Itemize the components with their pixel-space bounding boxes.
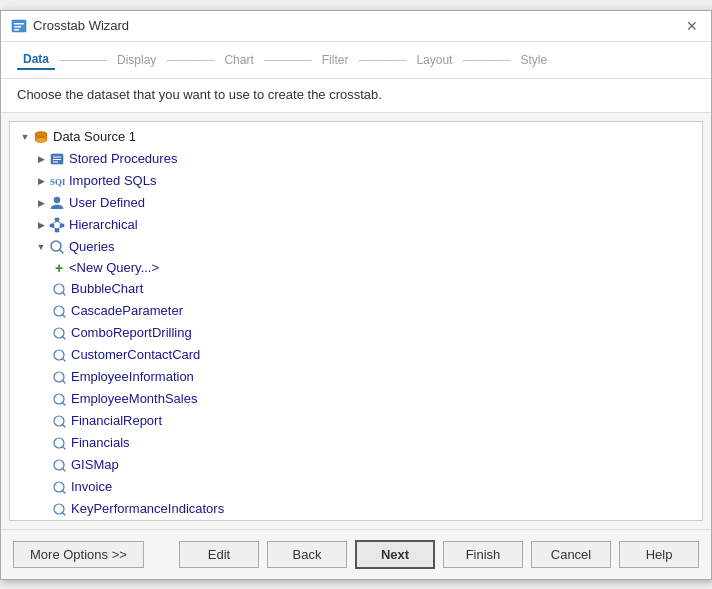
query-bubblechart-icon	[50, 280, 68, 298]
svg-line-34	[63, 402, 66, 405]
svg-rect-3	[14, 29, 19, 31]
title-bar: Crosstab Wizard ✕	[1, 11, 711, 42]
next-button[interactable]: Next	[355, 540, 435, 569]
tree-container[interactable]: ▼ Data Source 1 ▶	[10, 122, 702, 520]
svg-rect-14	[50, 224, 54, 227]
datasource-icon	[32, 128, 50, 146]
svg-rect-16	[55, 229, 59, 232]
divider-5: ————	[462, 53, 510, 67]
new-query-icon: +	[52, 261, 66, 275]
step-filter[interactable]: Filter	[316, 51, 355, 69]
svg-line-30	[63, 358, 66, 361]
step-data[interactable]: Data	[17, 50, 55, 70]
new-query-label: <New Query...>	[69, 260, 159, 275]
query-financials-icon	[50, 434, 68, 452]
svg-line-20	[57, 227, 62, 229]
svg-line-18	[57, 221, 62, 224]
divider-2: ————	[166, 53, 214, 67]
query-employeeinfo-icon	[50, 368, 68, 386]
query-gismap-icon	[50, 456, 68, 474]
queries-label: Queries	[69, 239, 115, 254]
tree-node-imported-sqls[interactable]: ▶ SQL Imported SQLs	[10, 170, 702, 192]
close-button[interactable]: ✕	[683, 17, 701, 35]
tree-node-stored-proc[interactable]: ▶ Stored Procedures	[10, 148, 702, 170]
tree-node-cascadeparam[interactable]: CascadeParameter	[10, 300, 702, 322]
svg-line-36	[63, 424, 66, 427]
invoice-label: Invoice	[71, 479, 112, 494]
expand-stored-proc-icon[interactable]: ▶	[34, 152, 48, 166]
step-style-label: Style	[514, 51, 553, 69]
step-layout-label: Layout	[410, 51, 458, 69]
tree-node-employeeinfo[interactable]: EmployeeInformation	[10, 366, 702, 388]
tree-node-user-defined[interactable]: ▶ User Defined	[10, 192, 702, 214]
svg-text:SQL: SQL	[50, 177, 65, 187]
stored-proc-icon	[48, 150, 66, 168]
tree-node-invoice[interactable]: Invoice	[10, 476, 702, 498]
divider-1: ————	[59, 53, 107, 67]
bubblechart-label: BubbleChart	[71, 281, 143, 296]
expand-queries-icon[interactable]: ▼	[34, 240, 48, 254]
expand-hierarchical-icon[interactable]: ▶	[34, 218, 48, 232]
svg-point-12	[54, 197, 60, 203]
tree-node-new-query[interactable]: + <New Query...>	[10, 258, 702, 278]
kpi-label: KeyPerformanceIndicators	[71, 501, 224, 516]
expand-user-defined-icon[interactable]: ▶	[34, 196, 48, 210]
finish-button[interactable]: Finish	[443, 541, 523, 568]
svg-line-32	[63, 380, 66, 383]
divider-3: ————	[264, 53, 312, 67]
queries-icon	[48, 238, 66, 256]
svg-rect-2	[14, 26, 21, 28]
svg-line-42	[63, 490, 66, 493]
divider-4: ————	[358, 53, 406, 67]
help-button[interactable]: Help	[619, 541, 699, 568]
svg-line-40	[63, 468, 66, 471]
step-style[interactable]: Style	[514, 51, 553, 69]
step-display-label: Display	[111, 51, 162, 69]
tree-node-comboreport[interactable]: ComboReportDrilling	[10, 322, 702, 344]
steps-bar: Data ———— Display ———— Chart ———— Filter…	[1, 42, 711, 79]
back-button[interactable]: Back	[267, 541, 347, 568]
tree-node-kpi[interactable]: KeyPerformanceIndicators	[10, 498, 702, 520]
cancel-button[interactable]: Cancel	[531, 541, 611, 568]
query-customercontact-icon	[50, 346, 68, 364]
tree-node-queries[interactable]: ▼ Queries	[10, 236, 702, 258]
svg-point-6	[35, 137, 47, 142]
tree-node-financialreport[interactable]: FinancialReport	[10, 410, 702, 432]
tree-node-gismap[interactable]: GISMap	[10, 454, 702, 476]
query-invoice-icon	[50, 478, 68, 496]
svg-line-24	[63, 292, 66, 295]
comboreport-label: ComboReportDrilling	[71, 325, 192, 340]
expand-datasource1-icon[interactable]: ▼	[18, 130, 32, 144]
query-cascadeparam-icon	[50, 302, 68, 320]
employeeinfo-label: EmployeeInformation	[71, 369, 194, 384]
tree-node-datasource1[interactable]: ▼ Data Source 1	[10, 126, 702, 148]
step-display[interactable]: Display	[111, 51, 162, 69]
financialreport-label: FinancialReport	[71, 413, 162, 428]
edit-button[interactable]: Edit	[179, 541, 259, 568]
svg-line-19	[52, 227, 57, 229]
expand-imported-sqls-icon[interactable]: ▶	[34, 174, 48, 188]
imported-sqls-icon: SQL	[48, 172, 66, 190]
user-defined-label: User Defined	[69, 195, 145, 210]
tree-node-employeemonth[interactable]: EmployeeMonthSales	[10, 388, 702, 410]
crosstab-wizard-window: Crosstab Wizard ✕ Data ———— Display ————…	[0, 10, 712, 580]
step-layout[interactable]: Layout	[410, 51, 458, 69]
svg-line-26	[63, 314, 66, 317]
hierarchical-icon	[48, 216, 66, 234]
query-employeemonth-icon	[50, 390, 68, 408]
bottom-bar: More Options >> Edit Back Next Finish Ca…	[1, 529, 711, 579]
svg-line-22	[60, 250, 63, 253]
tree-node-financials[interactable]: Financials	[10, 432, 702, 454]
svg-rect-13	[55, 218, 59, 221]
tree-node-hierarchical[interactable]: ▶ Hierarchical	[10, 214, 702, 236]
description-text: Choose the dataset that you want to use …	[1, 79, 711, 113]
step-filter-label: Filter	[316, 51, 355, 69]
stored-proc-label: Stored Procedures	[69, 151, 177, 166]
tree-node-customercontact[interactable]: CustomerContactCard	[10, 344, 702, 366]
gismap-label: GISMap	[71, 457, 119, 472]
datasource1-label: Data Source 1	[53, 129, 136, 144]
step-chart[interactable]: Chart	[218, 51, 259, 69]
tree-node-bubblechart[interactable]: BubbleChart	[10, 278, 702, 300]
customercontact-label: CustomerContactCard	[71, 347, 200, 362]
more-options-button[interactable]: More Options >>	[13, 541, 144, 568]
